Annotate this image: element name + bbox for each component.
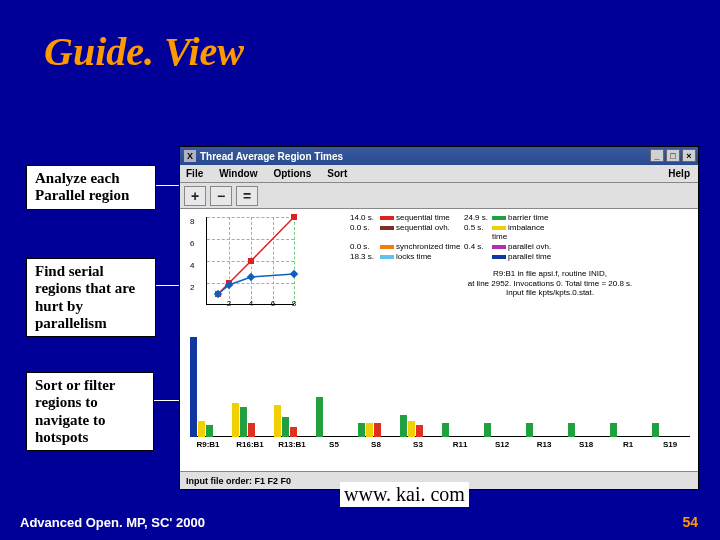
callout-sort: Sort or filter regions to navigate to ho… xyxy=(26,372,154,451)
bar xyxy=(568,423,575,437)
bar-label: S8 xyxy=(356,440,396,449)
bar xyxy=(206,425,213,437)
bar xyxy=(408,421,415,437)
footer-left: Advanced Open. MP, SC' 2000 xyxy=(20,515,205,530)
legend-value: 0.0 s. xyxy=(350,242,380,251)
legend-name: parallel time xyxy=(492,252,552,261)
legend-name: sequential ovh. xyxy=(380,223,464,241)
legend-value: 24.9 s. xyxy=(464,213,492,222)
bar-label: R16:B1 xyxy=(230,440,270,449)
xlogo-icon: X xyxy=(184,150,196,162)
legend-name: sequential time xyxy=(380,213,464,222)
guideview-window: X Thread Average Region Times _ □ × File… xyxy=(179,146,699,490)
legend-name: locks time xyxy=(380,252,464,261)
xtick: 4 xyxy=(249,299,253,308)
xtick: 6 xyxy=(271,299,275,308)
legend: 14.0 s. sequential time 24.9 s. barrier … xyxy=(350,213,552,261)
callout-serial: Find serial regions that are hurt by par… xyxy=(26,258,156,337)
scaling-chart: 8 6 4 2 2 4 xyxy=(190,211,300,319)
toolbar: + − = xyxy=(180,183,698,209)
xtick: 8 xyxy=(292,299,296,308)
slide-title: Guide. View xyxy=(44,28,244,75)
bar-label: S5 xyxy=(314,440,354,449)
data-point xyxy=(291,214,297,220)
legend-value: 0.0 s. xyxy=(350,223,380,241)
bar xyxy=(190,337,197,437)
bar-label: S3 xyxy=(398,440,438,449)
data-point xyxy=(248,258,254,264)
legend-value: 0.5 s. xyxy=(464,223,492,241)
zoom-in-button[interactable]: + xyxy=(184,186,206,206)
menu-sort[interactable]: Sort xyxy=(327,168,347,179)
bar xyxy=(274,405,281,437)
xtick: 2 xyxy=(227,299,231,308)
bar-label: R1 xyxy=(608,440,648,449)
bar xyxy=(400,415,407,437)
bar xyxy=(290,427,297,437)
callout-analyze: Analyze each Parallel region xyxy=(26,165,156,210)
zoom-out-button[interactable]: − xyxy=(210,186,232,206)
bar xyxy=(374,423,381,437)
legend-name: barrier time xyxy=(492,213,552,222)
bar xyxy=(358,423,365,437)
window-title: Thread Average Region Times xyxy=(200,151,343,162)
ytick: 8 xyxy=(190,217,194,226)
bar-label: R11 xyxy=(440,440,480,449)
region-description: R9:B1 in file apsi.f, routine INID, at l… xyxy=(410,269,690,298)
bar-label: S12 xyxy=(482,440,522,449)
bar xyxy=(248,423,255,437)
zoom-fit-button[interactable]: = xyxy=(236,186,258,206)
ytick: 6 xyxy=(190,239,194,248)
menu-window[interactable]: Window xyxy=(219,168,257,179)
url-text: www. kai. com xyxy=(340,482,469,507)
bar xyxy=(484,423,491,437)
legend-name: synchronized time xyxy=(380,242,464,251)
legend-name: parallel ovh. xyxy=(492,242,552,251)
bar xyxy=(240,407,247,437)
region-barchart: R9:B1R16:B1R13:B1S5S8S3R11S12R13S18R1S19 xyxy=(190,329,690,447)
close-button[interactable]: × xyxy=(682,149,696,162)
legend-value: 14.0 s. xyxy=(350,213,380,222)
ytick: 4 xyxy=(190,261,194,270)
bar-label: S18 xyxy=(566,440,606,449)
bar xyxy=(366,423,373,437)
bar xyxy=(526,423,533,437)
menu-help[interactable]: Help xyxy=(668,168,690,179)
content-area: 8 6 4 2 2 4 xyxy=(180,209,698,471)
bar xyxy=(416,425,423,437)
maximize-button[interactable]: □ xyxy=(666,149,680,162)
minimize-button[interactable]: _ xyxy=(650,149,664,162)
bar xyxy=(316,397,323,437)
bar-label: R13 xyxy=(524,440,564,449)
menu-file[interactable]: File xyxy=(186,168,203,179)
menu-options[interactable]: Options xyxy=(273,168,311,179)
bar xyxy=(442,423,449,437)
bar xyxy=(232,403,239,437)
legend-value xyxy=(464,252,492,261)
legend-name: imbalance time xyxy=(492,223,552,241)
legend-value: 0.4 s. xyxy=(464,242,492,251)
plot-area: 2 4 6 8 xyxy=(206,217,294,305)
page-number: 54 xyxy=(682,514,698,530)
titlebar[interactable]: X Thread Average Region Times _ □ × xyxy=(180,147,698,165)
bar xyxy=(652,423,659,437)
bar-label: R9:B1 xyxy=(188,440,228,449)
ytick: 2 xyxy=(190,283,194,292)
bar xyxy=(198,421,205,437)
bar-label: R13:B1 xyxy=(272,440,312,449)
bar xyxy=(610,423,617,437)
menubar: File Window Options Sort Help xyxy=(180,165,698,183)
bar xyxy=(282,417,289,437)
bar-label: S19 xyxy=(650,440,690,449)
legend-value: 18.3 s. xyxy=(350,252,380,261)
